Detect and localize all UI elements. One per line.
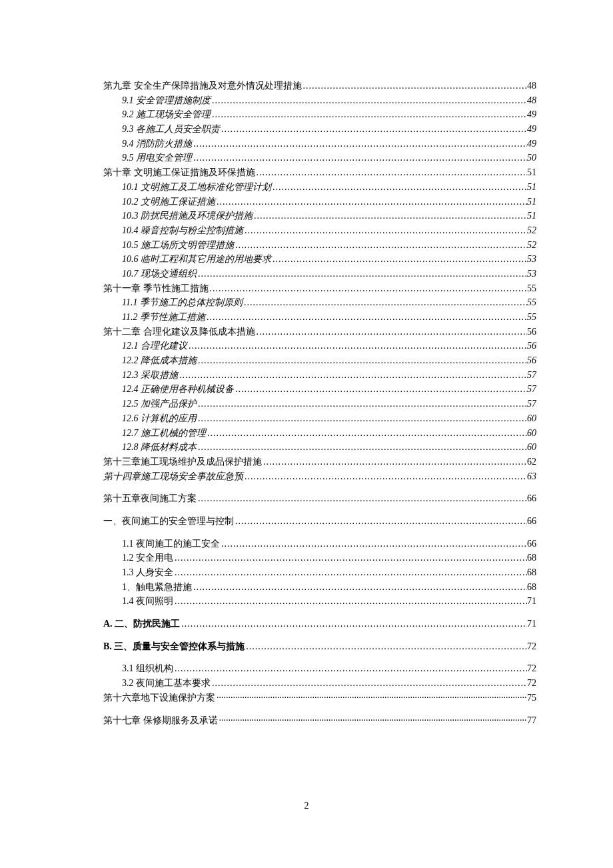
toc-entry-page: 57 [527, 368, 536, 383]
toc-entry-title: 3.1 组织机构 [122, 661, 173, 676]
toc-entry-page: 71 [527, 617, 536, 631]
toc-entry: 9.1 安全管理措施制度............................… [122, 93, 536, 108]
toc-leader: ........................................… [192, 137, 527, 151]
toc-entry-page: 48 [527, 93, 536, 108]
toc-entry: 10.7 现场交通组织.............................… [122, 267, 536, 281]
toc-leader: ........................................… [206, 426, 527, 441]
toc-entry: 11.1 季节施工的总体控制原则........................… [122, 295, 536, 310]
toc-entry-page: 52 [527, 223, 536, 238]
toc-leader: ........................................… [253, 209, 527, 223]
toc-spacer [103, 631, 536, 639]
toc-entry-page: 72 [527, 639, 536, 654]
toc-entry: 第九章 安全生产保障措施及对意外情况处理措施..................… [103, 79, 536, 93]
toc-leader: ........................................… [192, 151, 527, 165]
toc-entry-page: 49 [527, 137, 536, 151]
toc-entry-page: 56 [527, 353, 536, 368]
toc-entry-page: 49 [527, 107, 536, 122]
toc-leader: ........................................… [255, 325, 528, 339]
toc-leader: ........................................… [173, 594, 527, 609]
toc-leader: ........................................… [234, 238, 527, 253]
toc-entry: 12.6 计算机的应用.............................… [122, 411, 536, 426]
toc-spacer [103, 705, 536, 713]
toc-entry-page: 51 [527, 209, 536, 223]
toc-entry-title: 1.3 人身安全 [122, 565, 173, 580]
toc-entry: 第十三章施工现场维护及成品保护措施.......................… [103, 455, 536, 469]
toc-entry-page: 75 [527, 691, 536, 705]
toc-entry-page: 55 [527, 295, 536, 310]
toc-entry-title: 12.8 降低材料成本 [122, 440, 197, 455]
toc-entry-page: 72 [527, 676, 536, 691]
toc-leader: ........................................… [243, 469, 527, 484]
toc-entry-title: 第十四章施工现场安全事故应急预 [103, 469, 243, 484]
toc-entry-page: 68 [527, 580, 536, 595]
toc-entry: B. 三、质量与安全管控体系与措施.......................… [103, 639, 536, 654]
toc-leader: ........................................… [197, 440, 527, 455]
toc-leader: ........................................… [243, 295, 527, 310]
toc-entry-page: 52 [527, 238, 536, 253]
toc-leader: ........................................… [245, 639, 527, 654]
toc-leader: ........................................… [197, 267, 527, 281]
toc-entry-page: 66 [527, 537, 536, 551]
toc-entry-title: 第十六章地下设施保护方案 [103, 691, 215, 705]
toc-entry-page: 49 [527, 122, 536, 137]
toc-leader: ........................................… [180, 617, 527, 631]
toc-leader: ........................................… [173, 565, 527, 580]
toc-entry-page: 62 [527, 455, 536, 469]
toc-entry-title: 10.5 施工场所文明管理措施 [122, 238, 234, 253]
toc-entry: 10.5 施工场所文明管理措施.........................… [122, 238, 536, 253]
toc-entry-title: 10.4 噪音控制与粉尘控制措施 [122, 223, 243, 238]
toc-entry-title: 12.7 施工机械的管理 [122, 426, 206, 441]
toc-spacer [103, 506, 536, 514]
toc-leader: ........................................… [211, 676, 527, 691]
toc-entry-page: 66 [527, 514, 536, 529]
toc-spacer [103, 529, 536, 537]
toc-entry-title: 12.3 采取措施 [122, 368, 178, 383]
toc-entry-title: 12.4 正确使用各种机械设备 [122, 382, 234, 397]
toc-entry-page: 56 [527, 339, 536, 353]
toc-leader: ........................................… [192, 580, 527, 595]
toc-entry: 12.1 合理化建议..............................… [122, 339, 536, 353]
table-of-contents: 第九章 安全生产保障措施及对意外情况处理措施..................… [103, 79, 536, 727]
toc-entry-page: 51 [527, 195, 536, 209]
toc-entry-page: 66 [527, 491, 536, 506]
toc-entry: 1.2 安全用电................................… [122, 551, 536, 565]
toc-entry: 10.1 文明施工及工地标准化管理计划.....................… [122, 180, 536, 195]
toc-entry: 12.2 降低成本措施.............................… [122, 353, 536, 368]
toc-entry-title: 9.2 施工现场安全管理 [122, 107, 211, 122]
toc-entry: 1.3 人身安全................................… [122, 565, 536, 580]
toc-entry-title: 第九章 安全生产保障措施及对意外情况处理措施 [103, 79, 302, 93]
toc-entry-title: 10.3 防扰民措施及环境保护措施 [122, 209, 253, 223]
toc-entry-title: 第十二章 合理化建议及降低成本措施 [103, 325, 255, 339]
toc-entry: 9.2 施工现场安全管理............................… [122, 107, 536, 122]
toc-entry: 第十四章施工现场安全事故应急预.........................… [103, 469, 536, 484]
page-number: 2 [0, 801, 613, 811]
toc-entry-title: 12.2 降低成本措施 [122, 353, 197, 368]
toc-leader: ........................................… [187, 339, 527, 353]
toc-entry-title: 12.1 合理化建议 [122, 339, 187, 353]
toc-entry-title: A. 二、防扰民施工 [103, 617, 180, 631]
toc-entry-title: 第十七章 保修期服务及承诺 [103, 713, 218, 728]
toc-entry-title: 第十章 文明施工保证措施及环保措施 [103, 165, 255, 180]
toc-entry-title: 一、夜间施工的安全管理与控制 [103, 514, 234, 529]
toc-leader: ........................................… [173, 661, 527, 676]
toc-leader: ........................................… [234, 514, 527, 529]
toc-entry-title: 第十三章施工现场维护及成品保护措施 [103, 455, 262, 469]
toc-entry-page: 57 [527, 382, 536, 397]
toc-entry: 3.1 组织机构................................… [122, 661, 536, 676]
toc-entry-page: 51 [527, 180, 536, 195]
toc-entry-page: 48 [527, 79, 536, 93]
toc-entry-page: 57 [527, 397, 536, 411]
toc-entry-title: B. 三、质量与安全管控体系与措施 [103, 639, 245, 654]
toc-leader: ........................................… [211, 107, 527, 122]
toc-entry-title: 10.1 文明施工及工地标准化管理计划 [122, 180, 271, 195]
toc-spacer [103, 653, 536, 661]
toc-entry: 12.7 施工机械的管理............................… [122, 426, 536, 441]
toc-entry-title: 1.1 夜间施工的施工安全 [122, 537, 220, 551]
toc-entry: 10.6 临时工程和其它用途的用地要求.....................… [122, 252, 536, 267]
toc-entry-page: 53 [527, 267, 536, 281]
toc-entry-title: 1、触电紧急措施 [122, 580, 192, 595]
toc-entry-title: 1.2 安全用电 [122, 551, 173, 565]
toc-leader: ........................................… [197, 491, 527, 506]
toc-entry-title: 11.1 季节施工的总体控制原则 [122, 295, 243, 310]
toc-entry-title: 3.2 夜间施工基本要求 [122, 676, 211, 691]
